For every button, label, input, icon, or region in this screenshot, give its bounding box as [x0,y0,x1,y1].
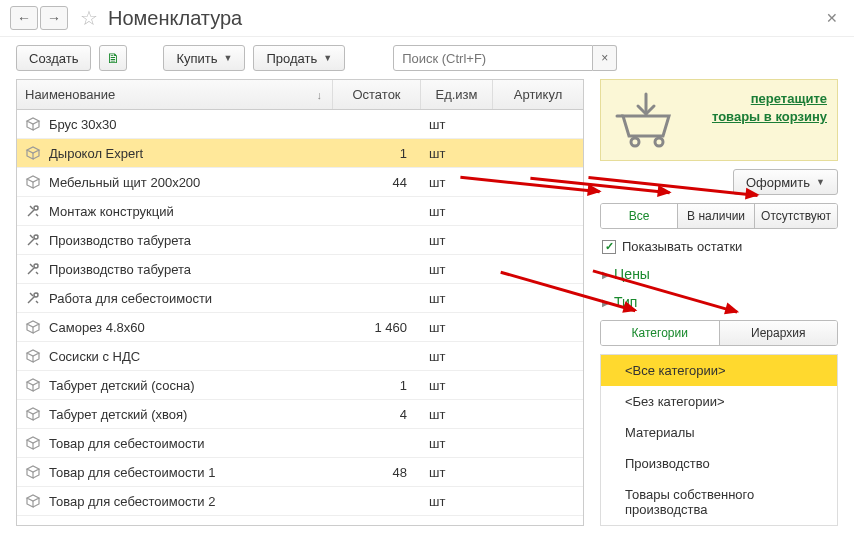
row-name: Табурет детский (сосна) [49,378,195,393]
table-row[interactable]: Мебельный щит 200х20044шт [17,168,583,197]
row-unit: шт [421,291,493,306]
table-row[interactable]: Саморез 4.8х601 460шт [17,313,583,342]
cube-icon [25,464,41,480]
cart-icon [611,90,681,150]
row-unit: шт [421,465,493,480]
doc-plus-icon: 🗎 [106,50,120,66]
col-art-header[interactable]: Артикул [493,80,583,109]
category-item[interactable]: Товары собственного производства [601,479,837,525]
row-unit: шт [421,262,493,277]
cart-drop-link[interactable]: перетащите товары в корзину [691,90,827,126]
table-row[interactable]: Табурет детский (сосна)1шт [17,371,583,400]
cube-icon [25,348,41,364]
cube-icon [25,377,41,393]
row-name: Производство табурета [49,262,191,277]
row-unit: шт [421,349,493,364]
table-row[interactable]: Брус 30х30шт [17,110,583,139]
table-row[interactable]: Работа для себестоимостишт [17,284,583,313]
cube-icon [25,319,41,335]
tools-icon [25,203,41,219]
row-name: Работа для себестоимости [49,291,212,306]
table-row[interactable]: Производство табуреташт [17,226,583,255]
table-row[interactable]: Товар для себестоимостишт [17,429,583,458]
chevron-down-icon: ▼ [323,53,332,63]
row-rest: 48 [333,465,421,480]
col-unit-header[interactable]: Ед.изм [421,80,493,109]
checkout-button[interactable]: Оформить▼ [733,169,838,195]
row-name: Брус 30х30 [49,117,117,132]
stock-filter-segment: Все В наличии Отсутствуют [600,203,838,229]
create-button[interactable]: Создать [16,45,91,71]
nav-forward-button[interactable]: → [40,6,68,30]
table-row[interactable]: Товар для себестоимости 2шт [17,487,583,516]
table-row[interactable]: Сосиски с НДСшт [17,342,583,371]
sort-indicator-icon: ↓ [317,89,323,101]
row-name: Товар для себестоимости 2 [49,494,215,509]
row-name: Товар для себестоимости 1 [49,465,215,480]
category-item[interactable]: Материалы [601,417,837,448]
row-rest: 44 [333,175,421,190]
cube-icon [25,435,41,451]
category-item[interactable]: Производство [601,448,837,479]
cube-icon [25,174,41,190]
row-unit: шт [421,494,493,509]
show-remains-checkbox[interactable]: ✓ Показывать остатки [600,237,838,256]
sell-button[interactable]: Продать▼ [253,45,345,71]
prices-expander[interactable]: ▶Цены [600,264,838,284]
row-name: Саморез 4.8х60 [49,320,145,335]
buy-button[interactable]: Купить▼ [163,45,245,71]
row-name: Производство табурета [49,233,191,248]
category-item[interactable]: <Без категории> [601,386,837,417]
close-icon[interactable]: ✕ [826,10,838,26]
row-rest: 1 [333,146,421,161]
search-clear-button[interactable]: × [593,45,617,71]
cube-icon [25,116,41,132]
row-name: Мебельный щит 200х200 [49,175,200,190]
table-row[interactable]: Товар для себестоимости 148шт [17,458,583,487]
row-unit: шт [421,146,493,161]
row-name: Дырокол Expert [49,146,143,161]
nav-back-button[interactable]: ← [10,6,38,30]
filter-absent-button[interactable]: Отсутствуют [755,204,837,228]
view-categories-button[interactable]: Категории [601,321,720,345]
table-row[interactable]: Дырокол Expert1шт [17,139,583,168]
cube-icon [25,145,41,161]
cart-panel: перетащите товары в корзину [600,79,838,161]
col-rest-header[interactable]: Остаток [333,80,421,109]
row-rest: 1 460 [333,320,421,335]
table-row[interactable]: Монтаж конструкцийшт [17,197,583,226]
view-hierarchy-button[interactable]: Иерархия [720,321,838,345]
row-unit: шт [421,436,493,451]
table-row[interactable]: Табурет детский (хвоя)4шт [17,400,583,429]
row-unit: шт [421,378,493,393]
filter-instock-button[interactable]: В наличии [678,204,755,228]
cube-icon [25,493,41,509]
tools-icon [25,232,41,248]
filter-all-button[interactable]: Все [601,204,678,228]
chevron-right-icon: ▶ [602,297,610,308]
cube-icon [25,406,41,422]
type-expander[interactable]: ▶Тип [600,292,838,312]
tools-icon [25,261,41,277]
svg-point-4 [631,138,639,146]
col-name-header[interactable]: Наименование ↓ [17,80,333,109]
favorite-star-icon[interactable]: ☆ [80,6,98,30]
row-unit: шт [421,233,493,248]
row-name: Сосиски с НДС [49,349,140,364]
chevron-down-icon: ▼ [816,177,825,187]
row-name: Монтаж конструкций [49,204,174,219]
row-unit: шт [421,117,493,132]
row-unit: шт [421,320,493,335]
row-unit: шт [421,407,493,422]
category-item[interactable]: <Все категории> [601,355,837,386]
tools-icon [25,290,41,306]
table-row[interactable]: Производство табуреташт [17,255,583,284]
row-unit: шт [421,175,493,190]
chevron-down-icon: ▼ [224,53,233,63]
items-table: Наименование ↓ Остаток Ед.изм Артикул Бр… [16,79,584,526]
row-rest: 1 [333,378,421,393]
copy-doc-button[interactable]: 🗎 [99,45,127,71]
checkbox-checked-icon: ✓ [602,240,616,254]
search-input[interactable] [393,45,593,71]
category-list: <Все категории><Без категории>МатериалыП… [600,354,838,526]
